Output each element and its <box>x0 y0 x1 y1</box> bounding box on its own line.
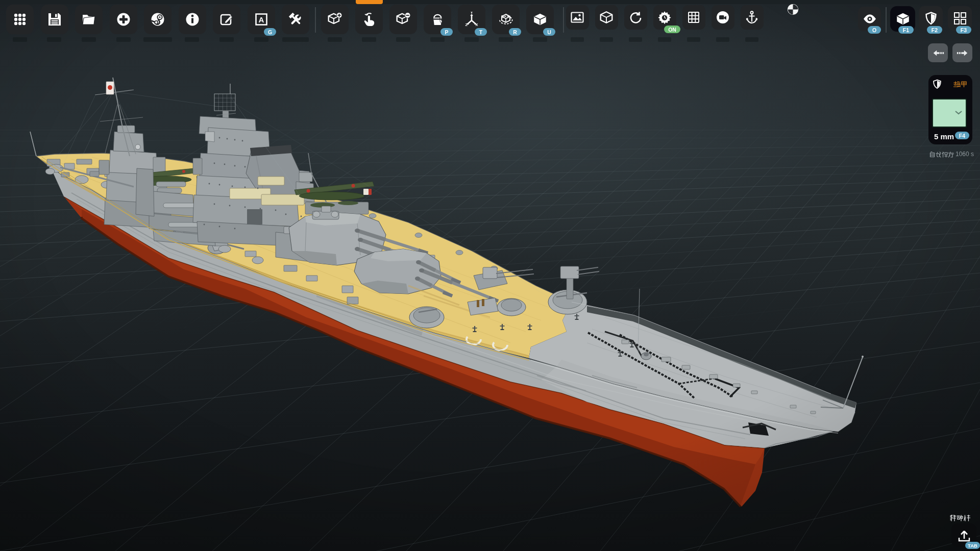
svg-text:Z: Z <box>465 22 468 27</box>
svg-text:Y: Y <box>470 12 473 15</box>
svg-text:X: X <box>476 22 478 27</box>
svg-text:A: A <box>258 15 264 24</box>
